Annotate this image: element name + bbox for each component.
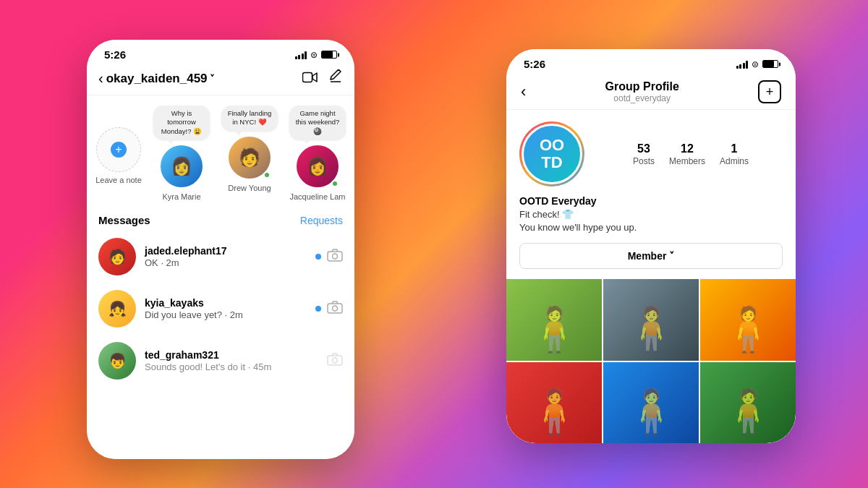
photo-person-3: 🧍 [721, 304, 775, 355]
gp-add-button[interactable]: + [758, 80, 781, 103]
stat-members-num: 12 [669, 142, 705, 155]
add-plus-icon: + [111, 142, 127, 158]
status-time-left: 5:26 [104, 48, 126, 61]
gp-back-button[interactable]: ‹ [521, 82, 526, 101]
message-item-jaded[interactable]: 🧑 jaded.elephant17 OK · 2m [87, 231, 354, 283]
photo-grid: 🧍 🧍 🧍 🧍 🧍 🧍 [506, 279, 796, 443]
grid-photo-4[interactable]: 🧍 [506, 362, 602, 443]
grid-photo-2[interactable]: 🧍 [603, 279, 699, 360]
grid-photo-6[interactable]: 🧍 [700, 362, 796, 443]
back-button[interactable]: ‹ [98, 70, 103, 87]
requests-link[interactable]: Requests [300, 215, 343, 226]
stat-members: 12 Members [669, 142, 705, 166]
note-item-drew[interactable]: Finally landing in NYC! ❤️ 🧑 Drew Young [221, 106, 278, 201]
battery-icon [321, 51, 337, 59]
camera-icon-kyia[interactable] [327, 301, 343, 317]
leave-note-label: Leave a note [95, 176, 142, 184]
unread-dot-jaded [315, 254, 321, 260]
svg-point-4 [333, 306, 338, 311]
jacqueline-avatar-wrap: 👩 [295, 144, 340, 189]
dm-actions [302, 69, 343, 87]
wifi-icon-right: ⊜ [752, 59, 759, 69]
msg-content-ted: ted_graham321 Sounds good! Let's do it ·… [145, 349, 318, 372]
dm-header: ‹ okay_kaiden_459 ˅ [87, 64, 354, 95]
grid-photo-1[interactable]: 🧍 [506, 279, 602, 360]
video-call-icon[interactable] [302, 70, 318, 87]
msg-username-kyia: kyia_kayaks [145, 297, 307, 309]
group-avatar: OOTD [522, 124, 582, 184]
note-bubble-drew: Finally landing in NYC! ❤️ [221, 106, 278, 131]
gp-profile-section: OOTD 53 Posts 12 Members 1 Admins [506, 110, 796, 195]
note-item-kyra[interactable]: Why is tomorrow Monday!? 😩 👩 Kyra Marie [153, 106, 210, 201]
camera-icon-jaded[interactable] [327, 249, 343, 265]
note-label-jacqueline: Jacqueline Lam [289, 192, 345, 201]
message-item-ted[interactable]: 👦 ted_graham321 Sounds good! Let's do it… [87, 335, 354, 387]
msg-content-kyia: kyia_kayaks Did you leave yet? · 2m [145, 297, 307, 320]
status-bar-right: 5:26 ⊜ [506, 49, 796, 73]
note-label-kyra: Kyra Marie [162, 192, 200, 201]
member-button[interactable]: Member ˅ [519, 243, 783, 269]
stat-posts-num: 53 [633, 142, 655, 155]
avatar-jaded: 🧑 [98, 238, 136, 275]
jacqueline-online-indicator [331, 180, 339, 187]
grid-photo-5[interactable]: 🧍 [603, 362, 699, 443]
group-avatar-ring: OOTD [519, 121, 584, 187]
camera-icon-ted[interactable] [327, 353, 343, 369]
svg-rect-1 [328, 252, 342, 261]
note-bubble-jacqueline: Game night this weekend? 🎱 [289, 106, 346, 140]
msg-preview-kyia: Did you leave yet? · 2m [145, 309, 307, 320]
avatar-kyra: 👩 [159, 144, 204, 189]
gp-header-subtitle: ootd_everyday [605, 93, 679, 103]
notes-row: + Leave a note Why is tomorrow Monday!? … [87, 95, 354, 208]
right-phone-mockup: 5:26 ⊜ ‹ Group Profile ootd_everyday [506, 49, 796, 443]
note-item-jacqueline[interactable]: Game night this weekend? 🎱 👩 Jacqueline … [289, 106, 346, 201]
leave-note-item[interactable]: + Leave a note [95, 106, 142, 201]
dm-title: okay_kaiden_459 ˅ [106, 72, 302, 86]
stat-posts: 53 Posts [633, 142, 655, 166]
gp-header-title: Group Profile [605, 80, 679, 93]
gp-bio-section: OOTD Everyday Fit check! 👕 You know we'l… [506, 195, 796, 243]
battery-icon-right [762, 60, 778, 68]
status-icons-left: ⊜ [295, 50, 338, 60]
compose-icon[interactable] [328, 69, 343, 87]
chevron-down-icon: ˅ [210, 73, 215, 84]
svg-rect-0 [303, 73, 312, 82]
stat-admins: 1 Admins [720, 142, 749, 166]
photo-person-6: 🧍 [721, 386, 775, 437]
drew-avatar-wrap: 🧑 [227, 135, 272, 180]
plus-icon: + [766, 85, 774, 98]
msg-right-ted [327, 353, 343, 369]
messages-title: Messages [98, 214, 150, 226]
stat-admins-num: 1 [720, 142, 749, 155]
wifi-icon: ⊜ [310, 50, 318, 60]
avatar-ted: 👦 [98, 342, 136, 380]
unread-dot-kyia [315, 306, 321, 312]
dm-username[interactable]: okay_kaiden_459 [106, 72, 208, 86]
signal-icon-right [736, 60, 749, 69]
signal-icon [295, 51, 307, 59]
add-note-avatar: + [96, 127, 141, 172]
msg-username-ted: ted_graham321 [145, 349, 318, 361]
message-item-kyia[interactable]: 👧 kyia_kayaks Did you leave yet? · 2m [87, 283, 354, 335]
msg-right-kyia [315, 301, 343, 317]
right-phone-screen: 5:26 ⊜ ‹ Group Profile ootd_everyday [506, 49, 796, 443]
note-label-drew: Drew Young [228, 184, 271, 192]
avatar-kyia: 👧 [98, 290, 136, 328]
msg-preview-jaded: OK · 2m [145, 257, 307, 268]
svg-rect-5 [328, 356, 342, 365]
msg-right-jaded [315, 249, 343, 265]
status-icons-right: ⊜ [736, 59, 779, 69]
gp-stats: 53 Posts 12 Members 1 Admins [599, 142, 783, 166]
msg-content-jaded: jaded.elephant17 OK · 2m [145, 245, 307, 268]
svg-point-2 [333, 254, 338, 259]
member-label: Member ˅ [628, 250, 675, 262]
photo-person-4: 🧍 [527, 386, 582, 437]
left-phone-mockup: 5:26 ⊜ ‹ okay_kaiden_459 ˅ [87, 40, 354, 459]
stat-posts-label: Posts [633, 156, 655, 166]
photo-person-2: 🧍 [624, 304, 678, 355]
gp-title-wrap: Group Profile ootd_everyday [605, 80, 679, 103]
msg-preview-ted: Sounds good! Let's do it · 45m [145, 361, 318, 372]
status-time-right: 5:26 [524, 58, 545, 70]
msg-username-jaded: jaded.elephant17 [145, 245, 307, 257]
grid-photo-3[interactable]: 🧍 [700, 279, 796, 360]
